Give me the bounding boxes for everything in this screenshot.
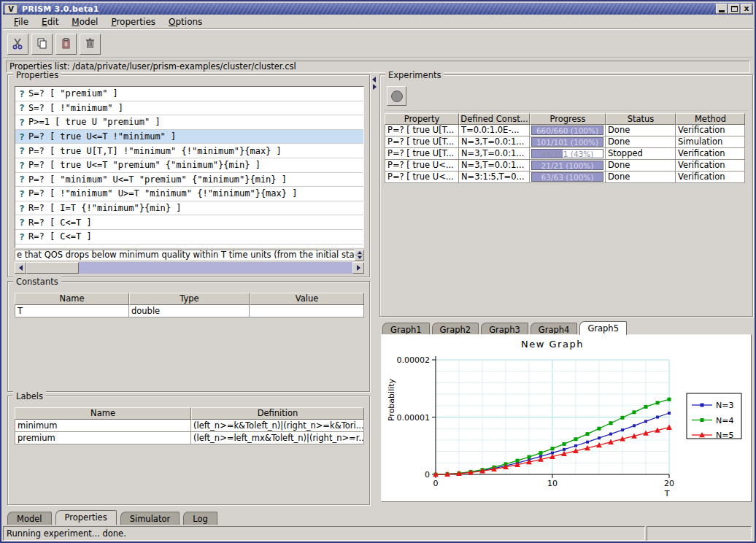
tab-graph1[interactable]: Graph1 <box>382 323 430 335</box>
title-bar[interactable]: V PRISM 3.0.beta1 x <box>3 3 753 15</box>
labels-table: NameDefinitionminimum(left_n>=k&Toleft_n… <box>15 407 364 444</box>
data-point <box>539 451 543 455</box>
properties-group: Properties ?S=? [ "premium" ]?S=? [ !"mi… <box>7 74 370 277</box>
cut-button[interactable] <box>7 34 28 55</box>
tab-simulator[interactable]: Simulator <box>120 512 180 525</box>
progress-label: 21/21 (100%) <box>532 161 603 170</box>
data-point <box>586 441 589 444</box>
scroll-left-button[interactable] <box>15 262 26 274</box>
menu-properties[interactable]: Properties <box>104 15 162 28</box>
experiment-row[interactable]: P=? [ true U[T...T=0.0:1.0E-...660/660 (… <box>385 125 745 136</box>
menu-file[interactable]: File <box>7 15 35 28</box>
labels-group-title: Labels <box>13 391 46 401</box>
tab-model[interactable]: Model <box>7 512 52 525</box>
experiments-group-title: Experiments <box>385 70 444 80</box>
spinner-down-button[interactable] <box>355 255 364 261</box>
experiment-row[interactable]: P=? [ true U<...N=3:1:5,T=0...63/63 (100… <box>385 172 745 183</box>
property-row[interactable]: ?P>=1 [ true U "premium" ] <box>15 115 363 130</box>
experiment-row[interactable]: P=? [ true U<...N=3,T=0.0:1...21/21 (100… <box>385 160 745 172</box>
data-point <box>609 421 613 425</box>
tab-properties[interactable]: Properties <box>55 510 117 525</box>
property-row[interactable]: ?P=? [ !"minimum" U>=T "minimum" {!"mini… <box>15 187 363 201</box>
question-icon: ? <box>15 217 28 228</box>
table-row[interactable]: premium(left_n>=left_mx&Toleft_n)|(right… <box>15 432 364 444</box>
window-title: PRISM 3.0.beta1 <box>22 4 99 14</box>
property-row[interactable]: ?P=? [ "minimum" U<=T "premium" {"minimu… <box>15 173 363 188</box>
property-list[interactable]: ?S=? [ "premium" ]?S=? [ !"minimum" ]?P>… <box>15 86 364 248</box>
tab-graph4[interactable]: Graph4 <box>531 323 578 335</box>
data-point <box>656 401 660 404</box>
property-row[interactable]: ?R=? [ C<=T ] <box>15 215 363 230</box>
menu-model[interactable]: Model <box>65 15 104 28</box>
menu-bar: FileEditModelPropertiesOptions <box>3 15 753 29</box>
legend-label: N=4 <box>716 416 733 425</box>
tab-graph5[interactable]: Graph5 <box>579 321 627 335</box>
toolbar <box>3 31 753 58</box>
property-text: P=? [ true U[T,T] !"minimum" {!"minimum"… <box>28 146 282 156</box>
data-point <box>621 428 624 431</box>
property-row[interactable]: ?R=? [ C<=T ] <box>15 230 363 244</box>
property-row[interactable]: ?R=? [ I=T {!"minimum"}{min} ] <box>15 201 363 216</box>
property-row[interactable]: ?P=? [ true U<=T !"minimum" ] <box>15 130 363 145</box>
collapse-right-icon[interactable] <box>373 84 377 90</box>
status-bar: Running experiment... done. <box>3 526 645 541</box>
minimize-button[interactable] <box>716 4 728 14</box>
collapse-left-icon[interactable] <box>372 77 376 82</box>
property-row[interactable]: ?S=? [ !"minimum" ] <box>15 101 363 116</box>
horizontal-scrollbar[interactable] <box>15 262 364 274</box>
copy-button[interactable] <box>31 34 53 55</box>
scrollbar-thumb[interactable] <box>26 262 79 274</box>
tab-graph3[interactable]: Graph3 <box>481 323 528 335</box>
column-header[interactable]: Value <box>250 293 364 305</box>
data-point <box>701 418 704 422</box>
cell: P=? [ true U[T... <box>385 125 459 136</box>
cell: Verification <box>676 148 745 160</box>
close-icon: x <box>744 5 749 12</box>
column-header[interactable]: Name <box>15 407 191 420</box>
column-header[interactable]: Status <box>606 113 676 125</box>
legend-label: N=3 <box>716 401 733 410</box>
paste-button[interactable] <box>55 34 77 55</box>
experiment-row[interactable]: P=? [ true U[T...N=3,T=0.0:1...44/101 (4… <box>385 148 745 160</box>
spinner-up-button[interactable] <box>355 250 364 255</box>
property-text: S=? [ !"minimum" ] <box>28 103 123 113</box>
column-header[interactable]: Progress <box>530 113 606 125</box>
property-text: P=? [ "minimum" U<=T "premium" {"minimum… <box>28 174 287 185</box>
tab-log[interactable]: Log <box>183 512 217 525</box>
delete-button[interactable] <box>80 34 101 55</box>
cell <box>250 305 364 317</box>
property-row[interactable]: ?P=? [ true U[T,T] !"minimum" {!"minimum… <box>15 144 363 158</box>
menu-options[interactable]: Options <box>162 15 209 28</box>
table-row[interactable]: Tdouble <box>15 305 364 317</box>
y-tick-label: 0 <box>425 470 430 480</box>
table-row[interactable]: minimum(left_n>=k&Toleft_n)|(right_n>=k&… <box>15 420 364 432</box>
close-button[interactable]: x <box>741 4 752 14</box>
data-point <box>574 444 577 447</box>
tab-graph2[interactable]: Graph2 <box>432 323 479 335</box>
y-axis-label: Probability <box>387 378 396 421</box>
property-row[interactable]: ?S=? [ "premium" ] <box>15 87 363 101</box>
cell: double <box>129 305 250 317</box>
menu-edit[interactable]: Edit <box>35 15 65 28</box>
maximize-button[interactable] <box>728 4 740 14</box>
experiment-row[interactable]: P=? [ true U[T...N=3,T=0.0:1...101/101 (… <box>385 136 745 148</box>
window-menu-button[interactable]: V <box>4 4 18 14</box>
labels-group: Labels NameDefinitionminimum(left_n>=k&T… <box>7 396 370 505</box>
data-point <box>644 420 647 423</box>
property-text: R=? [ C<=T ] <box>28 231 92 242</box>
column-header[interactable]: Name <box>15 293 129 305</box>
column-header[interactable]: Type <box>129 293 250 305</box>
graph-panel: Graph1Graph2Graph3Graph4Graph5 00.000010… <box>379 320 753 504</box>
x-tick-label: 10 <box>547 479 558 488</box>
cell: Verification <box>676 125 745 136</box>
column-header[interactable]: Definition <box>191 407 364 420</box>
property-row[interactable]: ?P=? [ true U<=T "premium" {"minimum"}{m… <box>15 158 363 173</box>
column-header[interactable]: Defined Const... <box>459 113 530 125</box>
stop-experiment-button[interactable] <box>387 86 406 106</box>
column-header[interactable]: Property <box>385 113 459 125</box>
split-divider[interactable] <box>370 74 379 509</box>
column-header[interactable]: Method <box>676 113 745 125</box>
scroll-right-button[interactable] <box>352 262 364 274</box>
property-comment-line: e that QOS drops below minimum quality w… <box>15 250 355 261</box>
experiments-toolbar <box>385 84 748 111</box>
